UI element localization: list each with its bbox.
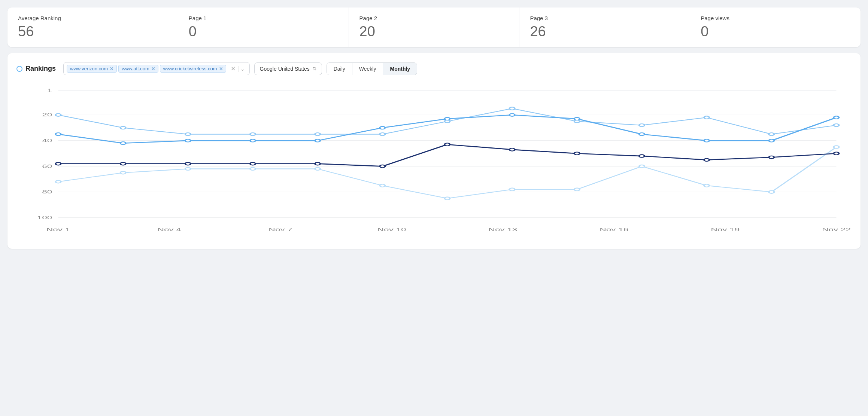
svg-point-50	[315, 139, 320, 142]
svg-point-49	[250, 139, 255, 142]
svg-point-53	[510, 114, 515, 116]
svg-text:20: 20	[42, 112, 52, 117]
svg-point-62	[250, 162, 255, 165]
chart-title: Rankings	[25, 65, 56, 73]
stat-label: Page views	[701, 15, 850, 21]
svg-point-64	[380, 165, 385, 168]
stat-item: Average Ranking 56	[7, 7, 178, 47]
remove-tag-button[interactable]: ✕	[110, 66, 113, 71]
svg-point-52	[444, 117, 450, 120]
svg-point-20	[55, 180, 61, 183]
engine-chevron-icon: ⇅	[313, 66, 316, 71]
input-actions: ✕ ⌄	[229, 65, 246, 72]
svg-point-60	[121, 162, 126, 165]
stat-item: Page 1 0	[178, 7, 349, 47]
svg-text:Nov 13: Nov 13	[488, 227, 517, 232]
svg-point-38	[380, 133, 385, 135]
chart-card: Rankings www.verizon.com✕www.att.com✕www…	[7, 53, 861, 249]
rankings-dot-icon	[16, 66, 22, 72]
svg-point-31	[769, 191, 774, 193]
period-button-daily[interactable]: Daily	[327, 63, 352, 75]
remove-tag-button[interactable]: ✕	[219, 66, 223, 71]
svg-point-65	[444, 143, 450, 146]
engine-label: Google United States	[260, 66, 310, 72]
stat-item: Page 2 20	[349, 7, 520, 47]
svg-point-63	[315, 162, 320, 165]
stat-label: Page 3	[530, 15, 679, 21]
tag-label: www.verizon.com	[70, 66, 108, 71]
svg-point-40	[510, 107, 515, 110]
remove-tag-button[interactable]: ✕	[151, 66, 155, 71]
svg-point-34	[121, 126, 126, 129]
chart-title-area: Rankings	[16, 65, 56, 73]
competitor-tag: www.verizon.com✕	[67, 65, 117, 73]
stat-value: 20	[359, 24, 509, 40]
svg-point-66	[510, 148, 515, 151]
chart-toolbar: Rankings www.verizon.com✕www.att.com✕www…	[16, 62, 852, 75]
stat-value: 0	[189, 24, 338, 40]
svg-point-44	[769, 133, 774, 135]
svg-point-71	[834, 152, 839, 155]
tag-label: www.att.com	[122, 66, 149, 71]
svg-point-32	[834, 146, 839, 148]
svg-point-37	[315, 133, 320, 135]
competitor-tag: www.cricketwireless.com✕	[160, 65, 226, 73]
svg-point-68	[639, 155, 644, 157]
svg-point-23	[250, 168, 255, 170]
svg-text:Nov 16: Nov 16	[600, 227, 628, 232]
svg-point-30	[704, 184, 709, 187]
svg-point-25	[380, 184, 385, 187]
svg-point-57	[769, 139, 774, 142]
chart-area: 120406080100Nov 1Nov 4Nov 7Nov 10Nov 13N…	[16, 83, 852, 240]
stat-label: Average Ranking	[18, 15, 167, 21]
svg-point-43	[704, 116, 709, 119]
svg-text:40: 40	[42, 138, 52, 143]
svg-point-29	[639, 165, 644, 168]
svg-point-36	[250, 133, 255, 135]
period-button-weekly[interactable]: Weekly	[352, 63, 383, 75]
svg-point-33	[55, 114, 61, 116]
svg-text:1: 1	[47, 88, 52, 93]
svg-text:60: 60	[42, 163, 52, 169]
stat-label: Page 1	[189, 15, 338, 21]
engine-selector[interactable]: Google United States ⇅	[254, 62, 322, 75]
svg-text:Nov 10: Nov 10	[377, 227, 406, 232]
svg-point-70	[769, 156, 774, 159]
clear-input-button[interactable]: ✕	[229, 65, 237, 72]
svg-point-42	[639, 124, 644, 126]
svg-text:Nov 19: Nov 19	[711, 227, 740, 232]
stat-item: Page 3 26	[519, 7, 690, 47]
stats-row: Average Ranking 56 Page 1 0 Page 2 20 Pa…	[7, 7, 861, 47]
svg-point-58	[834, 116, 839, 119]
rankings-chart: 120406080100Nov 1Nov 4Nov 7Nov 10Nov 13N…	[16, 83, 852, 240]
stat-label: Page 2	[359, 15, 509, 21]
svg-text:100: 100	[37, 215, 52, 220]
svg-point-51	[380, 126, 385, 129]
chevron-down-icon[interactable]: ⌄	[239, 66, 246, 72]
competitor-tag: www.att.com✕	[118, 65, 158, 73]
svg-point-55	[639, 133, 644, 135]
svg-text:80: 80	[42, 189, 52, 195]
svg-text:Nov 7: Nov 7	[268, 227, 292, 232]
svg-point-35	[185, 133, 191, 135]
svg-point-47	[121, 142, 126, 144]
svg-text:Nov 22: Nov 22	[822, 227, 851, 232]
svg-text:Nov 4: Nov 4	[158, 227, 182, 232]
svg-point-61	[185, 162, 191, 165]
svg-point-54	[574, 117, 580, 120]
stat-value: 26	[530, 24, 679, 40]
svg-point-45	[834, 124, 839, 126]
svg-point-28	[574, 188, 580, 191]
svg-point-26	[444, 197, 450, 200]
svg-text:Nov 1: Nov 1	[46, 227, 70, 232]
svg-point-46	[55, 133, 61, 135]
stat-value: 56	[18, 24, 167, 40]
svg-point-59	[55, 162, 61, 165]
tag-label: www.cricketwireless.com	[163, 66, 217, 71]
svg-point-67	[574, 152, 580, 155]
svg-point-69	[704, 159, 709, 161]
competitor-input-box[interactable]: www.verizon.com✕www.att.com✕www.cricketw…	[63, 62, 250, 75]
stat-item: Page views 0	[690, 7, 861, 47]
period-button-monthly[interactable]: Monthly	[383, 63, 417, 75]
svg-point-21	[121, 171, 126, 174]
